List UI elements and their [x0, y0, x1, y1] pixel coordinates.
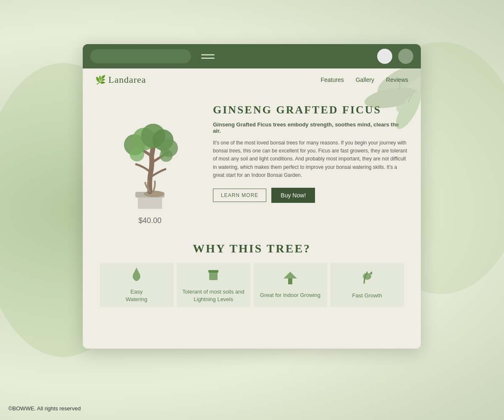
- feature-indoor-growing: Great for Indoor Growing: [254, 263, 327, 307]
- nav-item-gallery[interactable]: Gallery: [356, 76, 374, 84]
- navigation: 🌿 Landarea Features Gallery Reviews: [83, 68, 421, 91]
- product-description: It's one of the most loved bonsai trees …: [213, 139, 408, 179]
- feature-easy-watering: EasyWatering: [100, 263, 173, 307]
- why-section: Why This Tree? EasyWatering: [83, 234, 421, 307]
- easy-watering-label: EasyWatering: [126, 288, 147, 303]
- fast-growth-label: Fast Growth: [352, 292, 382, 299]
- learn-more-button[interactable]: LEARN MORE: [213, 189, 266, 202]
- hamburger-line-2: [201, 58, 215, 59]
- bonsai-svg: [104, 95, 196, 213]
- hamburger-line-1: [201, 54, 215, 55]
- features-grid: EasyWatering Tolerant of most soils and …: [91, 263, 412, 307]
- growth-icon: [360, 270, 374, 289]
- product-price: $40.00: [138, 216, 161, 225]
- soil-tolerant-label: Tolerant of most soils and Lightning Lev…: [182, 288, 245, 303]
- browser-avatar-1[interactable]: [377, 49, 392, 64]
- browser-bar: [83, 44, 421, 68]
- buy-now-button[interactable]: Buy Now!: [271, 188, 315, 203]
- nav-links: Features Gallery Reviews: [320, 76, 408, 84]
- plant-image-container: [100, 95, 200, 213]
- watering-icon: [130, 267, 143, 285]
- indoor-growing-label: Great for Indoor Growing: [260, 291, 320, 299]
- nav-item-reviews[interactable]: Reviews: [386, 76, 408, 84]
- nav-link-gallery[interactable]: Gallery: [356, 76, 374, 83]
- nav-item-features[interactable]: Features: [320, 76, 344, 84]
- indoor-icon: [283, 271, 298, 288]
- svg-point-16: [130, 147, 144, 162]
- svg-marker-20: [284, 272, 297, 278]
- website-content: 🌿 Landarea Features Gallery Reviews: [83, 68, 421, 349]
- browser-window: 🌿 Landarea Features Gallery Reviews: [83, 44, 421, 349]
- logo-link[interactable]: 🌿 Landarea: [95, 74, 146, 85]
- svg-rect-21: [288, 278, 292, 284]
- nav-link-reviews[interactable]: Reviews: [386, 76, 408, 83]
- soil-icon: [207, 267, 220, 285]
- nav-link-features[interactable]: Features: [320, 76, 344, 83]
- logo-text: Landarea: [108, 74, 146, 85]
- logo-leaf-icon: 🌿: [95, 75, 106, 85]
- svg-point-17: [160, 149, 173, 162]
- feature-fast-growth: Fast Growth: [331, 263, 404, 307]
- hamburger-icon[interactable]: [201, 54, 215, 59]
- footer-copyright: ©BOWWE. All rights reserved: [8, 405, 81, 412]
- browser-avatar-2[interactable]: [398, 49, 413, 64]
- url-bar[interactable]: [90, 49, 191, 63]
- plant-area: $40.00: [95, 95, 205, 225]
- why-title: Why This Tree?: [91, 242, 412, 255]
- feature-soil-tolerant: Tolerant of most soils and Lightning Lev…: [177, 263, 250, 307]
- svg-rect-19: [208, 270, 218, 273]
- button-group: LEARN MORE Buy Now!: [213, 188, 408, 203]
